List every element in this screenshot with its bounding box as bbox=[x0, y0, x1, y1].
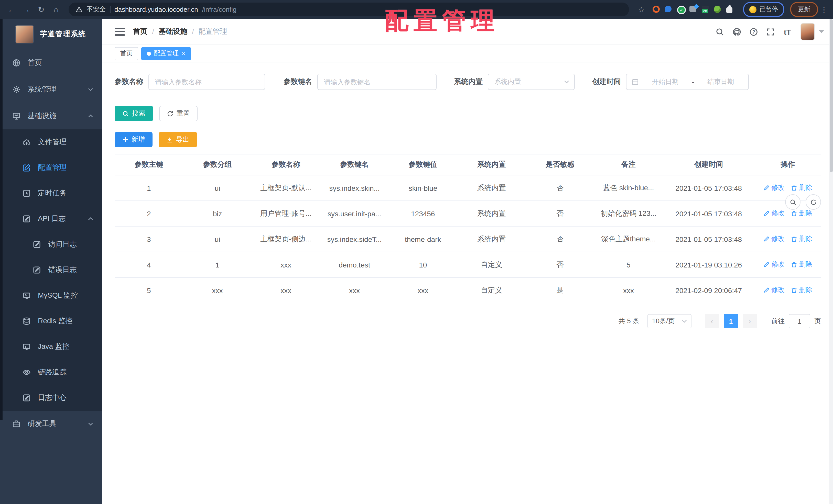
url-path: /infra/config bbox=[202, 6, 236, 13]
browser-reload-button[interactable]: ↻ bbox=[35, 3, 48, 16]
extension-monkey-icon[interactable] bbox=[714, 6, 722, 13]
table-cell: ui bbox=[183, 226, 252, 252]
browser-menu-icon[interactable]: ⋮ bbox=[820, 5, 828, 14]
table-cell: 系统内置 bbox=[457, 175, 526, 201]
tab-config-manage[interactable]: 配置管理 × bbox=[141, 47, 191, 60]
sidebar-item-log-center[interactable]: 日志中心 bbox=[0, 385, 102, 411]
prev-page-button[interactable]: ‹ bbox=[705, 314, 719, 328]
edit-link[interactable]: 修改 bbox=[763, 286, 785, 295]
param-name-input[interactable] bbox=[148, 74, 265, 90]
builtin-select[interactable]: 系统内置 bbox=[488, 74, 575, 90]
sidebar-item-error-log[interactable]: 错误日志 bbox=[0, 257, 102, 283]
sidebar-item-config-manage[interactable]: 配置管理 bbox=[0, 155, 102, 180]
delete-link[interactable]: 删除 bbox=[791, 209, 812, 218]
sidebar-item-api-log[interactable]: API 日志 bbox=[0, 206, 102, 232]
delete-link[interactable]: 删除 bbox=[791, 234, 812, 244]
font-size-icon[interactable]: tT bbox=[779, 19, 796, 45]
breadcrumb-infra[interactable]: 基础设施 bbox=[159, 27, 187, 36]
table-tools bbox=[785, 194, 821, 210]
table-cell: biz bbox=[183, 201, 252, 226]
edit-square-icon bbox=[23, 163, 31, 172]
paused-badge[interactable]: 已暂停 bbox=[743, 2, 784, 17]
breadcrumb-separator: / bbox=[192, 28, 194, 36]
tab-home[interactable]: 首页 bbox=[115, 47, 138, 60]
total-count: 共 5 条 bbox=[619, 317, 639, 326]
column-header: 参数名称 bbox=[252, 154, 320, 175]
sidebar-item-trace[interactable]: 链路追踪 bbox=[0, 359, 102, 385]
table-cell: 否 bbox=[526, 175, 594, 201]
delete-link[interactable]: 删除 bbox=[791, 286, 812, 295]
delete-link[interactable]: 删除 bbox=[791, 183, 812, 193]
filter-actions: 搜索 重置 bbox=[115, 106, 821, 121]
sidebar-item-system[interactable]: 系统管理 bbox=[0, 76, 102, 103]
sidebar-item-redis-monitor[interactable]: Redis 监控 bbox=[0, 308, 102, 334]
table-cell: 主框架页-侧边... bbox=[252, 226, 320, 252]
breadcrumb-home[interactable]: 首页 bbox=[133, 27, 147, 36]
current-page-button[interactable]: 1 bbox=[724, 314, 738, 328]
param-name-label: 参数名称 bbox=[115, 77, 143, 86]
extensions-puzzle-icon[interactable] bbox=[726, 6, 734, 13]
next-page-button[interactable]: › bbox=[743, 314, 757, 328]
date-range-picker[interactable]: 开始日期 - 结束日期 bbox=[626, 74, 749, 90]
sidebar-item-label: Java 监控 bbox=[38, 342, 69, 351]
chevron-up-icon bbox=[88, 115, 93, 118]
sidebar-item-label: MySQL 监控 bbox=[38, 291, 78, 300]
display-icon bbox=[23, 343, 31, 351]
sidebar-item-devtools[interactable]: 研发工具 bbox=[0, 411, 102, 437]
sidebar-item-mysql-monitor[interactable]: MySQL 监控 bbox=[0, 283, 102, 308]
page-scrollbar[interactable] bbox=[829, 19, 833, 504]
page-unit-label: 页 bbox=[814, 317, 821, 326]
goto-page-input[interactable] bbox=[789, 314, 810, 328]
page-size-select[interactable]: 10条/页 bbox=[647, 314, 691, 328]
search-button[interactable]: 搜索 bbox=[115, 106, 153, 121]
sidebar-item-label: 基础设施 bbox=[28, 111, 56, 121]
reset-button-label: 重置 bbox=[176, 109, 190, 118]
trash-icon bbox=[791, 185, 798, 191]
toggle-search-button[interactable] bbox=[785, 194, 801, 210]
briefcase-icon bbox=[12, 420, 21, 428]
bookmark-star-icon[interactable]: ☆ bbox=[635, 5, 647, 14]
extension-check-icon[interactable]: ✓ bbox=[677, 6, 685, 13]
refresh-table-button[interactable] bbox=[806, 194, 821, 210]
scrollbar-thumb[interactable] bbox=[830, 19, 833, 172]
export-button[interactable]: 导出 bbox=[159, 132, 197, 147]
update-button[interactable]: 更新 bbox=[790, 2, 818, 17]
sidebar-item-label: API 日志 bbox=[38, 214, 66, 224]
extension-grid-icon[interactable] bbox=[689, 6, 697, 13]
sidebar-item-access-log[interactable]: 访问日志 bbox=[0, 232, 102, 257]
add-button[interactable]: 新增 bbox=[115, 132, 152, 147]
sidebar-item-infra[interactable]: 基础设施 bbox=[0, 103, 102, 129]
breadcrumb-current: 配置管理 bbox=[198, 27, 227, 36]
sidebar-item-home[interactable]: 首页 bbox=[0, 50, 102, 76]
param-key-input[interactable] bbox=[317, 74, 436, 90]
sidebar-item-file-manage[interactable]: 文件管理 bbox=[0, 129, 102, 155]
search-icon bbox=[789, 199, 796, 205]
sidebar-item-java-monitor[interactable]: Java 监控 bbox=[0, 334, 102, 359]
browser-back-button[interactable]: ← bbox=[5, 3, 18, 16]
fullscreen-icon[interactable] bbox=[762, 19, 779, 45]
extension-orange-icon[interactable] bbox=[652, 6, 660, 13]
browser-forward-button[interactable]: → bbox=[20, 3, 33, 16]
close-icon[interactable]: × bbox=[182, 50, 185, 56]
address-bar[interactable]: 不安全 dashboard.yudao.iocoder.cn/infra/con… bbox=[69, 3, 629, 16]
help-icon[interactable]: ? bbox=[745, 19, 762, 45]
browser-home-button[interactable]: ⌂ bbox=[50, 3, 63, 16]
github-icon[interactable] bbox=[728, 19, 745, 45]
extension-cn-icon[interactable] bbox=[702, 6, 709, 13]
edit-link[interactable]: 修改 bbox=[763, 209, 785, 218]
table-cell: 深色主题theme... bbox=[594, 226, 663, 252]
edit-link[interactable]: 修改 bbox=[763, 183, 785, 193]
reset-button[interactable]: 重置 bbox=[159, 106, 197, 121]
edit-link[interactable]: 修改 bbox=[763, 234, 785, 244]
sidebar-item-job[interactable]: 定时任务 bbox=[0, 180, 102, 206]
hamburger-icon[interactable] bbox=[115, 28, 125, 35]
avatar-caret-icon[interactable] bbox=[819, 30, 824, 33]
column-header: 参数分组 bbox=[183, 154, 252, 175]
avatar[interactable] bbox=[801, 24, 814, 40]
delete-link[interactable]: 删除 bbox=[791, 260, 812, 269]
extension-pin-icon[interactable] bbox=[665, 6, 672, 13]
row-actions: 修改删除 bbox=[755, 277, 821, 303]
add-button-label: 新增 bbox=[132, 135, 145, 144]
search-icon[interactable] bbox=[711, 19, 728, 45]
edit-link[interactable]: 修改 bbox=[763, 260, 785, 269]
